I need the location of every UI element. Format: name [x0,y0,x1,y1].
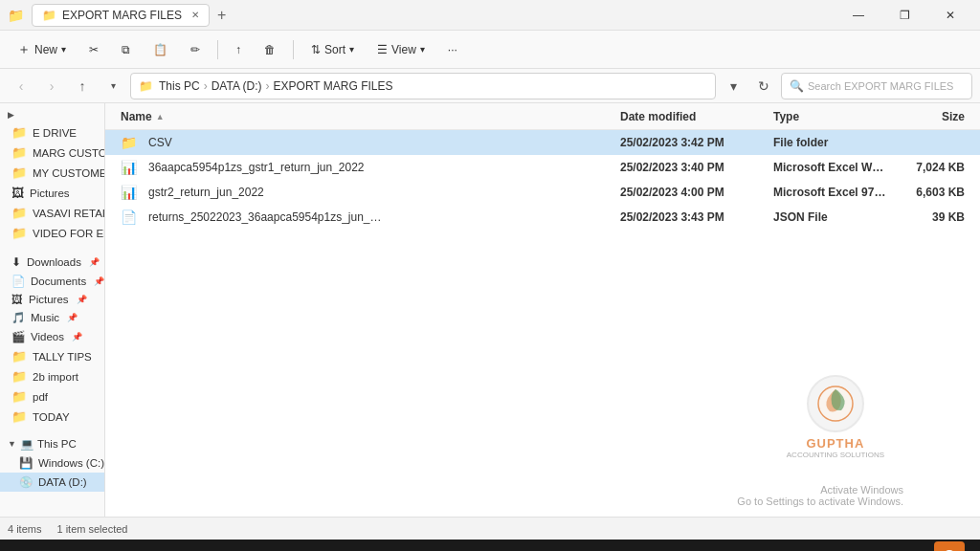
sidebar-label-downloads: Downloads [27,256,81,268]
pin-icon: 📌 [67,313,78,322]
new-tab-button[interactable]: + [217,7,226,24]
sidebar-item-datad[interactable]: 💿 DATA (D:) [0,473,104,492]
folder-icon: 📁 [11,349,27,364]
file-list-header: Name ▲ Date modified Type Size [105,103,980,130]
file-size-gstr2: 6,603 KB [888,186,965,199]
activate-line1: Activate Windows [737,484,903,496]
file-name-label-gstr1: 36aapca5954p1zs_gstr1_return_jun_2022 [148,161,365,174]
more-button[interactable]: ··· [438,39,467,60]
folder-icon: 📁 [11,226,27,240]
sidebar-item-pictures[interactable]: 🖼 Pictures [0,183,104,203]
sidebar-item-pdf[interactable]: 📁 pdf [0,386,104,407]
close-button[interactable]: ✕ [928,0,972,31]
recent-button[interactable]: ▾ [100,73,126,99]
sidebar-label-2bimport: 2b import [33,371,78,383]
file-type-gstr1: Microsoft Excel W… [773,161,888,174]
col-header-name[interactable]: Name ▲ [121,110,620,123]
file-size-gstr1: 7,024 KB [888,161,965,174]
back-button[interactable]: ‹ [8,73,34,99]
address-bar[interactable]: 📁 This PC › DATA (D:) › EXPORT MARG FILE… [130,73,716,99]
sidebar-item-edrive[interactable]: 📁 E DRIVE [0,122,104,143]
col-header-type[interactable]: Type [773,110,888,123]
file-row-gstr1[interactable]: 📊 36aapca5954p1zs_gstr1_return_jun_2022 … [105,155,980,180]
maximize-button[interactable]: ❐ [882,0,926,31]
sidebar-item-documents[interactable]: 📄 Documents 📌 [0,272,104,291]
minimize-button[interactable]: — [836,0,880,31]
bottom-logo: G [934,541,965,551]
cut-button[interactable]: ✂ [79,39,108,60]
folder-icon: 📁 [11,145,27,160]
search-bar[interactable]: 🔍 Search EXPORT MARG FILES [781,73,972,99]
pin-icon: 📌 [72,332,82,342]
copy-button[interactable]: ⧉ [112,39,140,60]
sidebar-expand-top[interactable]: ▶ [0,107,104,122]
sidebar-top-section: ▶ 📁 E DRIVE 📁 MARG CUSTO… 📁 MY CUSTOME… … [0,107,104,243]
col-type-label: Type [773,110,799,123]
paste-icon: 📋 [153,43,167,56]
videos-icon: 🎬 [11,330,25,343]
sidebar-label-margcusto: MARG CUSTO… [33,147,104,159]
file-row-csv[interactable]: 📁 CSV 25/02/2023 3:42 PM File folder [105,130,980,155]
sidebar-label-windowsc: Windows (C:) [38,457,104,469]
forward-button[interactable]: › [38,73,65,99]
col-size-label: Size [942,110,965,123]
sidebar-item-2bimport[interactable]: 📁 2b import [0,366,104,386]
view-button[interactable]: ☰ View ▾ [368,39,434,60]
navigation-bar: ‹ › ↑ ▾ 📁 This PC › DATA (D:) › EXPORT M… [0,69,980,103]
sidebar-item-downloads[interactable]: ⬇ Downloads 📌 [0,253,104,272]
file-modified-csv: 25/02/2023 3:42 PM [620,136,773,149]
sidebar-item-mycustome[interactable]: 📁 MY CUSTOME… [0,163,104,183]
file-row-gstr2[interactable]: 📊 gstr2_return_jun_2022 25/02/2023 4:00 … [105,180,980,205]
delete-icon: 🗑 [264,43,276,56]
sort-button[interactable]: ⇅ Sort ▾ [301,39,364,60]
sidebar-item-music[interactable]: 🎵 Music 📌 [0,308,104,327]
sidebar-item-margcusto[interactable]: 📁 MARG CUSTO… [0,143,104,163]
col-name-label: Name [121,110,152,123]
tab-title: EXPORT MARG FILES [62,9,182,22]
file-name-gstr1: 📊 36aapca5954p1zs_gstr1_return_jun_2022 [121,160,620,175]
window-icon: 📁 [8,8,24,23]
dropdown-button[interactable]: ▾ [720,73,746,99]
copy-icon: ⧉ [122,43,130,56]
file-row-json[interactable]: 📄 returns_25022023_36aapca5954p1zs_jun_…… [105,205,980,230]
file-size-json: 39 KB [888,210,965,224]
sidebar-item-today[interactable]: 📁 TODAY [0,407,104,427]
view-label: View [391,43,416,56]
paste-button[interactable]: 📋 [144,39,177,60]
sidebar-thispc-group[interactable]: ▼ 💻 This PC [0,434,104,453]
file-type-csv: File folder [773,136,888,149]
col-modified-label: Date modified [620,110,696,123]
sidebar-item-vasavi[interactable]: 📁 VASAVI RETAIL [0,203,104,223]
sidebar-label-videofor: VIDEO FOR ED… [33,228,104,239]
logo-subtitle: ACCOUNTING SOLUTIONS [787,451,884,459]
sidebar-item-videos[interactable]: 🎬 Videos 📌 [0,327,104,346]
sidebar-item-videofor[interactable]: 📁 VIDEO FOR ED… [0,223,104,243]
window-controls: — ❐ ✕ [836,0,972,31]
sidebar-item-windowsc[interactable]: 💾 Windows (C:) [0,453,104,473]
logo-svg [816,385,855,423]
pictures2-icon: 🖼 [11,294,23,305]
tab-active[interactable]: 📁 EXPORT MARG FILES ✕ [32,4,210,27]
pin-icon: 📌 [77,295,87,304]
delete-button[interactable]: 🗑 [255,39,285,60]
activate-line2: Go to Settings to activate Windows. [737,496,903,507]
share-button[interactable]: ↑ [226,39,251,60]
new-chevron-icon: ▾ [61,44,66,55]
sidebar-item-tallytips[interactable]: 📁 TALLY TIPS [0,346,104,366]
refresh-button[interactable]: ↻ [750,73,777,99]
tab-close-button[interactable]: ✕ [191,10,199,20]
logo-circle [807,375,864,432]
title-bar: 📁 📁 EXPORT MARG FILES ✕ + — ❐ ✕ [0,0,980,31]
breadcrumb-current[interactable]: EXPORT MARG FILES [274,79,393,93]
col-header-modified[interactable]: Date modified [620,110,773,123]
sidebar-item-pictures2[interactable]: 🖼 Pictures 📌 [0,291,104,308]
new-button[interactable]: ＋ New ▾ [8,37,76,62]
file-name-label-csv: CSV [148,136,172,149]
breadcrumb-data[interactable]: DATA (D:) [212,79,262,93]
up-button[interactable]: ↑ [69,73,96,99]
rename-button[interactable]: ✏ [181,39,210,60]
bottom-bar: www.gupthaaccountingsolutions.com | For … [0,540,980,551]
folder-icon: 📁 [11,389,27,404]
col-header-size[interactable]: Size [888,110,965,123]
breadcrumb-thispc[interactable]: This PC [159,79,200,93]
